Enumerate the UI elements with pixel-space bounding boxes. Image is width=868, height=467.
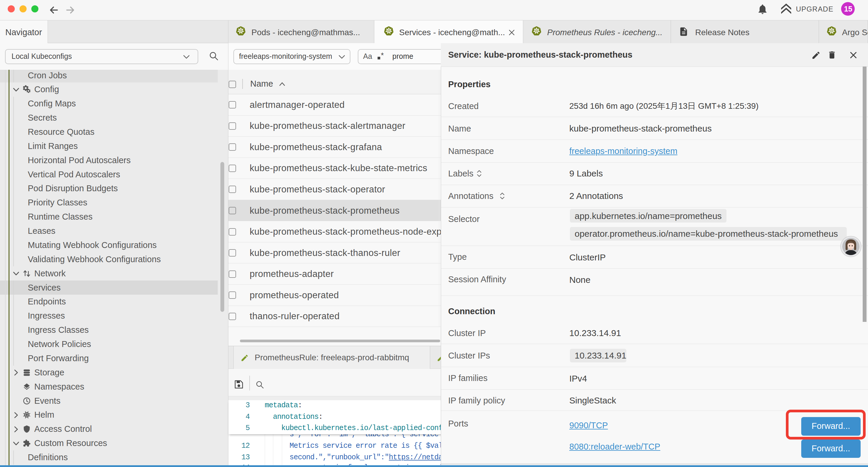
svg-text:*: * [381, 53, 384, 60]
